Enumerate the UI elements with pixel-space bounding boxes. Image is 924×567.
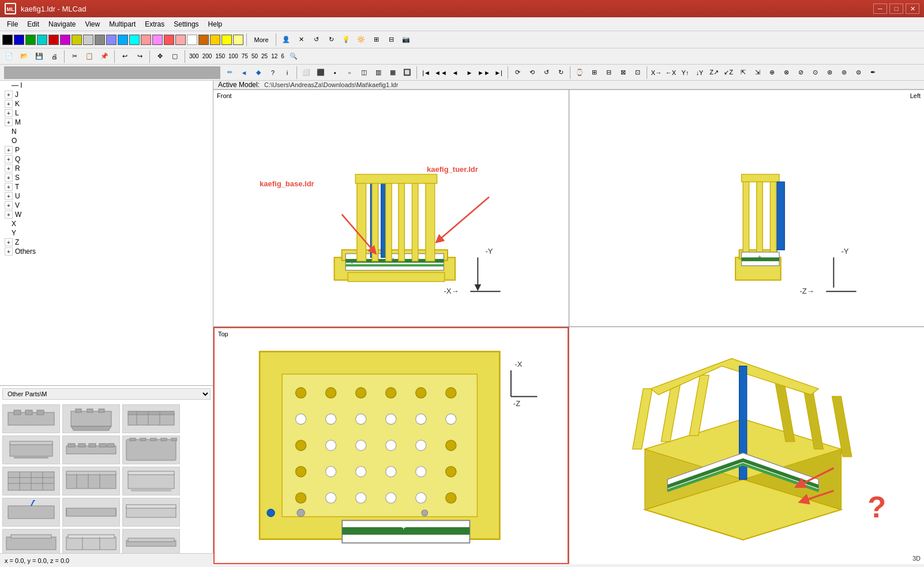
- tb3-nav5[interactable]: ►►: [477, 66, 491, 80]
- viewport-top[interactable]: Top: [213, 327, 569, 564]
- viewport-3d[interactable]: 3D: [569, 327, 925, 564]
- part-thumb-13[interactable]: [2, 529, 60, 553]
- tb-btn-bulb[interactable]: 💡: [339, 33, 353, 47]
- tb3-pencil[interactable]: ✏: [223, 66, 236, 80]
- tb-undo[interactable]: ↩: [118, 50, 132, 63]
- menu-edit[interactable]: Edit: [22, 19, 44, 29]
- tb3-lego2[interactable]: ⬛: [314, 66, 328, 80]
- tb3-extra9[interactable]: ⊜: [851, 66, 865, 80]
- tb3-arrow[interactable]: ◄: [237, 66, 251, 80]
- tb-btn-person[interactable]: 👤: [279, 33, 293, 47]
- color-swatch-gold[interactable]: [210, 35, 220, 45]
- part-thumb-11[interactable]: [62, 498, 120, 527]
- parts-category-dropdown[interactable]: Other Parts\M: [2, 388, 211, 400]
- tree-item-others[interactable]: + Others: [0, 247, 213, 256]
- tb3-extra7[interactable]: ⊛: [822, 66, 836, 80]
- tb-btn-grid[interactable]: ⊞: [369, 33, 383, 47]
- tb-open[interactable]: 📂: [17, 50, 31, 63]
- tb3-nav2[interactable]: ◄◄: [434, 66, 448, 80]
- expand-k[interactable]: +: [5, 100, 13, 108]
- color-swatch-magenta[interactable]: [60, 35, 70, 45]
- tree-item-t[interactable]: + T: [0, 182, 213, 191]
- tree-item-s[interactable]: + S: [0, 173, 213, 182]
- tb-print[interactable]: 🖨: [47, 50, 61, 63]
- part-thumb-15[interactable]: [122, 529, 180, 553]
- tb-move[interactable]: ✥: [153, 50, 167, 63]
- color-swatch-skyblue[interactable]: [118, 35, 128, 45]
- tb3-extra6[interactable]: ⊙: [808, 66, 822, 80]
- expand-others[interactable]: +: [5, 247, 13, 256]
- minimize-button[interactable]: ─: [873, 3, 887, 14]
- expand-r[interactable]: +: [5, 164, 13, 172]
- tb-btn-rotate2[interactable]: ↻: [324, 33, 338, 47]
- menu-settings[interactable]: Settings: [169, 19, 203, 29]
- tb3-multi4[interactable]: ⊡: [630, 66, 644, 80]
- tb-select[interactable]: ▢: [168, 50, 182, 63]
- tree-item-j[interactable]: + J: [0, 90, 213, 99]
- expand-z[interactable]: +: [5, 238, 13, 246]
- tb3-axis1[interactable]: X→: [649, 66, 663, 80]
- menu-help[interactable]: Help: [204, 19, 227, 29]
- expand-p[interactable]: +: [5, 146, 13, 154]
- tb3-i[interactable]: i: [280, 66, 294, 80]
- expand-j[interactable]: +: [5, 91, 13, 99]
- tb3-multi1[interactable]: ⊞: [587, 66, 601, 80]
- color-swatch-green[interactable]: [25, 35, 36, 45]
- tb3-lego4[interactable]: ▫: [343, 66, 356, 80]
- part-thumb-2[interactable]: [62, 404, 120, 433]
- color-swatch-lightgray[interactable]: [83, 35, 93, 45]
- expand-t[interactable]: +: [5, 183, 13, 191]
- color-swatch-salmon[interactable]: [175, 35, 186, 45]
- tree-item-u[interactable]: + U: [0, 191, 213, 201]
- expand-m[interactable]: +: [5, 118, 13, 126]
- color-swatch-brightyellow[interactable]: [221, 35, 232, 45]
- menu-navigate[interactable]: Navigate: [44, 19, 80, 29]
- color-swatch-red[interactable]: [48, 35, 59, 45]
- tb3-multi3[interactable]: ⊠: [616, 66, 630, 80]
- tree-item-z[interactable]: + Z: [0, 238, 213, 247]
- tb3-axis5[interactable]: Z↗: [707, 66, 721, 80]
- tb-zoom-in[interactable]: 🔍: [287, 50, 301, 63]
- expand-w[interactable]: +: [5, 211, 13, 219]
- tb3-pen[interactable]: ✒: [866, 66, 880, 80]
- tb-cut[interactable]: ✂: [67, 50, 81, 63]
- tree-item-i[interactable]: — I: [0, 81, 213, 90]
- color-swatch-lightblue[interactable]: [106, 35, 117, 45]
- tree-item-v[interactable]: + V: [0, 201, 213, 210]
- tb3-lego8[interactable]: 🔲: [400, 66, 414, 80]
- tree-item-q[interactable]: + Q: [0, 155, 213, 164]
- tb3-axis3[interactable]: Y↑: [678, 66, 692, 80]
- tb3-axis6[interactable]: ↙Z: [722, 66, 735, 80]
- color-swatch-aqua[interactable]: [129, 35, 140, 45]
- tree-item-n[interactable]: N: [0, 127, 213, 136]
- tb3-r1[interactable]: ⟳: [510, 66, 524, 80]
- color-swatch-pink[interactable]: [141, 35, 151, 45]
- tb3-extra8[interactable]: ⊚: [837, 66, 851, 80]
- tb-btn-x1[interactable]: ✕: [294, 33, 308, 47]
- tb3-nav6[interactable]: ►|: [491, 66, 505, 80]
- tb-btn-bulb2[interactable]: 🔆: [354, 33, 368, 47]
- more-button[interactable]: More: [250, 33, 273, 47]
- tb-save[interactable]: 💾: [32, 50, 46, 63]
- tb-copy[interactable]: 📋: [82, 50, 96, 63]
- expand-q[interactable]: +: [5, 155, 13, 163]
- tree-item-m[interactable]: + M: [0, 118, 213, 127]
- expand-u[interactable]: +: [5, 192, 13, 200]
- part-thumb-1[interactable]: [2, 404, 60, 433]
- expand-l[interactable]: +: [5, 109, 13, 117]
- color-swatch-lightred[interactable]: [164, 35, 174, 45]
- tb3-r3[interactable]: ↺: [539, 66, 553, 80]
- color-swatch-cyan[interactable]: [37, 35, 47, 45]
- tb3-multi2[interactable]: ⊟: [602, 66, 615, 80]
- menu-extras[interactable]: Extras: [140, 19, 169, 29]
- expand-v[interactable]: +: [5, 201, 13, 209]
- part-thumb-10[interactable]: [2, 498, 60, 527]
- tree-item-p[interactable]: + P: [0, 145, 213, 155]
- tb3-lego1[interactable]: ⬜: [299, 66, 313, 80]
- menu-file[interactable]: File: [2, 19, 22, 29]
- tb3-extra4[interactable]: ⊗: [779, 66, 793, 80]
- tb3-extra2[interactable]: ⇲: [750, 66, 764, 80]
- tree-item-k[interactable]: + K: [0, 99, 213, 108]
- tb-btn-grid2[interactable]: ⊟: [384, 33, 398, 47]
- tree-item-y[interactable]: Y: [0, 228, 213, 238]
